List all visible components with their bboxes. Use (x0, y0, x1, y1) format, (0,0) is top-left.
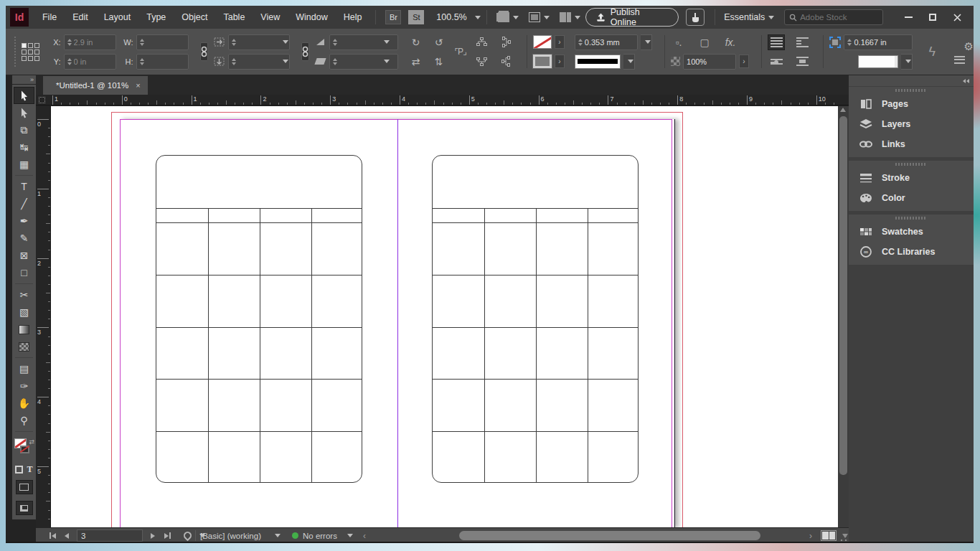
wrap-around-bounding-box-button[interactable] (793, 34, 811, 50)
spread-view-button[interactable] (821, 530, 837, 541)
dock-item-swatches[interactable]: Swatches (849, 222, 974, 242)
menu-window[interactable]: Window (288, 6, 335, 29)
wrap-around-object-button[interactable] (768, 54, 785, 70)
stroke-type-dropdown[interactable] (575, 55, 621, 69)
rotate-cw-button[interactable]: ↻ (408, 34, 424, 50)
line-tool[interactable]: ╱ (14, 195, 34, 212)
eyedropper-tool[interactable]: ✑ (14, 377, 34, 395)
fill-swatch[interactable] (533, 55, 552, 68)
select-previous-object-button[interactable] (474, 34, 490, 50)
dock-item-pages[interactable]: Pages (849, 94, 974, 114)
first-page-button[interactable] (46, 530, 59, 542)
panel-group-drag-handle[interactable] (849, 87, 974, 94)
frame-fitting-icon[interactable] (829, 37, 841, 48)
stroke-options-button[interactable]: › (555, 35, 565, 49)
page-number-input[interactable] (77, 532, 195, 540)
select-container-button[interactable]: ⌜P⌟ (453, 44, 468, 60)
maximize-button[interactable] (920, 8, 945, 27)
gpu-performance-icon[interactable]: ϟ (928, 44, 936, 60)
gap-tool[interactable]: ↹ (14, 138, 34, 156)
dock-item-links[interactable]: Links (849, 134, 974, 154)
flip-vertical-button[interactable]: ⇅ (431, 54, 447, 70)
rotate-ccw-button[interactable]: ↺ (431, 34, 447, 50)
dock-item-stroke[interactable]: Stroke (849, 168, 974, 188)
table-left[interactable] (156, 155, 362, 483)
gear-icon[interactable]: ⚙ (964, 40, 974, 53)
scroll-left-icon[interactable]: ‹ (363, 531, 366, 541)
select-parent-button[interactable] (499, 54, 514, 70)
dock-item-layers[interactable]: Layers (849, 114, 974, 134)
horizontal-ruler[interactable]: 1012345678910 (36, 95, 849, 105)
menu-view[interactable]: View (253, 6, 288, 29)
height-field[interactable] (136, 54, 189, 70)
swap-fill-stroke-icon[interactable]: ⇄ (29, 438, 34, 446)
select-next-object-button[interactable] (499, 34, 514, 50)
free-transform-tool[interactable]: ▧ (14, 303, 34, 321)
last-page-button[interactable] (161, 530, 174, 542)
panel-grip[interactable] (14, 37, 16, 67)
effects-button[interactable]: fx. (722, 34, 738, 50)
scroll-right-icon[interactable]: › (809, 531, 812, 541)
stroke-type-chevron[interactable] (623, 54, 635, 70)
formatting-affects-container-button[interactable] (15, 466, 23, 474)
tab-close-icon[interactable]: × (136, 81, 140, 90)
formatting-affects-text-button[interactable]: T (27, 464, 32, 475)
rectangle-tool[interactable]: □ (14, 264, 34, 281)
publish-online-button[interactable]: Publish Online (585, 8, 679, 27)
preflight-status[interactable]: No errors (292, 532, 353, 540)
zoom-level-chevron-icon[interactable] (475, 16, 481, 19)
scale-y-field[interactable] (228, 54, 290, 70)
frame-tool[interactable]: ⊠ (14, 247, 34, 264)
touch-workspace-button[interactable] (686, 9, 705, 26)
next-page-button[interactable] (146, 530, 159, 542)
zoom-level-value[interactable]: 100.5% (436, 12, 466, 22)
menu-edit[interactable]: Edit (65, 6, 96, 29)
object-style-dropdown[interactable] (901, 54, 913, 70)
stroke-swatch[interactable] (20, 446, 29, 453)
page-number-field[interactable] (77, 529, 143, 542)
scroll-up-icon[interactable] (840, 108, 846, 112)
flip-horizontal-button[interactable]: ⇄ (408, 54, 424, 70)
gradient-tool[interactable] (14, 321, 34, 338)
dock-item-cc-libraries[interactable]: ∞CC Libraries (849, 242, 974, 262)
pen-tool[interactable]: ✒ (14, 212, 34, 230)
stroke-weight-dropdown[interactable] (641, 34, 652, 50)
screen-mode-button[interactable] (529, 12, 550, 22)
bridge-button[interactable]: Br (385, 10, 401, 24)
width-field[interactable] (136, 34, 189, 50)
panel-menu-icon[interactable] (954, 56, 965, 64)
canvas[interactable] (51, 106, 838, 527)
dock-collapse-button[interactable] (849, 75, 974, 86)
constrain-dimensions-link-icon[interactable] (200, 42, 208, 61)
zoom-tool[interactable]: ⚲ (14, 412, 34, 429)
page-tool[interactable]: ⧉ (14, 121, 34, 138)
menu-help[interactable]: Help (336, 6, 370, 29)
table-right[interactable] (432, 155, 639, 483)
screen-mode-normal-button[interactable] (16, 501, 33, 515)
constrain-scale-link-icon[interactable] (301, 42, 309, 61)
scissors-tool[interactable]: ✂ (14, 286, 34, 303)
selection-tool[interactable] (14, 87, 34, 104)
fill-options-button[interactable]: › (555, 55, 565, 68)
document-tab[interactable]: *Untitled-1 @ 101% × (43, 76, 148, 95)
adobe-stock-search[interactable] (784, 9, 883, 25)
vertical-scroll-thumb[interactable] (839, 116, 847, 475)
frame-shape-button[interactable]: ▢ (697, 34, 712, 50)
type-tool[interactable]: T (14, 178, 34, 195)
y-field[interactable] (64, 54, 116, 70)
menu-table[interactable]: Table (215, 6, 253, 29)
object-style-swatch[interactable] (858, 55, 898, 68)
view-options-button[interactable] (498, 12, 519, 22)
menu-object[interactable]: Object (174, 6, 215, 29)
arrange-documents-button[interactable] (560, 12, 580, 22)
rotation-angle-field[interactable] (329, 34, 398, 50)
direct-selection-tool[interactable] (14, 104, 34, 121)
x-field[interactable] (64, 34, 116, 50)
jump-object-button[interactable] (793, 54, 811, 70)
note-tool[interactable]: ▤ (14, 360, 34, 377)
corner-options-button[interactable]: ▫. (671, 34, 687, 50)
preflight-menu[interactable] (184, 532, 192, 540)
apply-none-button[interactable] (16, 480, 33, 494)
menu-file[interactable]: File (34, 6, 65, 29)
stroke-weight-field[interactable]: 0.353 mm (575, 34, 638, 50)
